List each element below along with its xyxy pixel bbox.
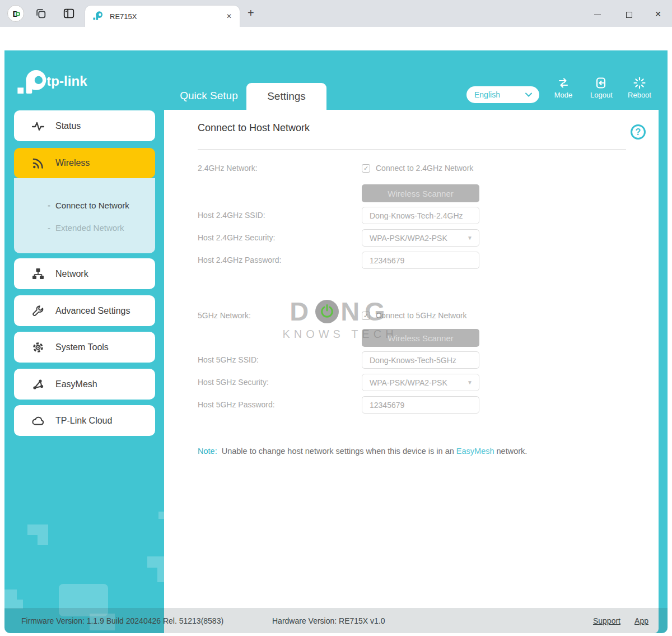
language-value: English [474,90,500,99]
band24-security-value: WPA-PSK/WPA2-PSK [370,234,447,243]
sidebar-label: Advanced Settings [55,306,130,316]
app-footer: Firmware Version: 1.1.9 Build 20240426 R… [4,608,668,633]
support-link[interactable]: Support [593,616,620,625]
deco-block [157,568,164,582]
content-panel: Connect to Host Network ? 2.4GHz Network… [164,110,659,633]
reboot-button[interactable]: Reboot [622,76,657,99]
chevron-down-icon [525,92,532,97]
deco-block [147,556,164,568]
sidebar-item-network[interactable]: Network [14,258,155,289]
deco-block [38,535,48,545]
tplink-favicon [93,11,104,22]
band5-ssid-label: Host 5GHz SSID: [198,351,259,369]
band5-checkbox[interactable]: ✓ [362,312,370,320]
dash-bullet: - [48,201,50,210]
note-text: Unable to change host network settings w… [222,447,456,456]
tab-groups-icon[interactable] [35,7,47,22]
page: D RE715X ✕ + [0,0,672,636]
router-admin-app: tp-link Quick Setup Settings English Mod… [4,50,668,633]
cloud-icon [31,414,45,428]
new-tab-button[interactable]: + [248,7,254,20]
band24-wireless-scanner-button[interactable]: Wireless Scanner [362,184,479,202]
band5-checkbox-row: ✓ Connect to 5GHz Network [362,310,467,321]
network-sitemap-icon [31,267,45,281]
band24-security-label: Host 2.4GHz Security: [198,229,276,247]
deco-block [4,589,17,600]
sidebar-item-easymesh[interactable]: EasyMesh [14,369,155,400]
mode-icon [557,76,570,90]
submenu-connect-to-network[interactable]: - Connect to Network [14,194,155,216]
window-minimize-button[interactable] [589,8,606,20]
band24-network-label: 2.4GHz Network: [198,160,258,177]
sidebar-item-status[interactable]: Status [14,110,155,141]
browser-nav-row: ← ↻ ⌂ Not secure | 192.168.0.37/webpages… [0,27,672,50]
profile-power-dot-icon [16,12,20,16]
sidebar-item-advanced-settings[interactable]: Advanced Settings [14,295,155,326]
band24-checkbox-label: Connect to 2.4GHz Network [376,164,473,173]
sidebar-label: System Tools [55,342,109,352]
mode-button[interactable]: Mode [545,76,581,99]
band24-security-select[interactable]: WPA-PSK/WPA2-PSK ▼ [362,229,479,247]
brand-text: tp-link [46,73,87,89]
note: Note:Unable to change host network setti… [198,447,527,456]
title-divider [198,149,626,150]
logout-button[interactable]: Logout [584,76,619,99]
tplink-logo: tp-link [15,67,100,104]
wireless-icon [31,156,45,170]
band5-security-label: Host 5GHz Security: [198,374,269,391]
reboot-icon [633,76,646,90]
wireless-submenu: - Connect to Network - Extended Network [14,178,155,253]
band5-security-value: WPA-PSK/WPA2-PSK [370,378,447,387]
submenu-label: Extended Network [55,223,124,233]
submenu-extended-network[interactable]: - Extended Network [14,216,155,239]
band5-wireless-scanner-button[interactable]: Wireless Scanner [362,329,479,347]
logout-label: Logout [584,91,619,99]
sidebar-item-wireless[interactable]: Wireless [14,148,155,178]
sidebar-item-system-tools[interactable]: System Tools [14,332,155,363]
window-close-button[interactable]: ✕ [650,8,666,20]
band5-security-select[interactable]: WPA-PSK/WPA2-PSK ▼ [362,374,479,391]
dropdown-arrow-icon: ▼ [467,379,473,386]
dash-bullet: - [48,223,50,233]
deco-block [4,600,23,609]
deco-block [27,524,48,535]
easymesh-link[interactable]: EasyMesh [456,447,494,456]
band5-password-input[interactable]: 12345679 [362,396,479,414]
sidebar-label: Status [55,121,81,131]
help-icon[interactable]: ? [631,124,646,140]
browser-profile-avatar[interactable]: D [7,5,24,22]
band5-ssid-input[interactable]: Dong-Knows-Tech-5GHz [362,351,479,369]
band5-checkbox-label: Connect to 5GHz Network [376,311,467,320]
band24-checkbox[interactable]: ✓ [362,164,370,173]
tab-title: RE715X [110,12,137,21]
vertical-tabs-icon[interactable] [63,7,75,22]
browser-tab-strip: D RE715X ✕ + [0,0,672,27]
note-prefix: Note: [198,447,217,456]
page-title: Connect to Host Network [198,122,310,134]
sidebar-label: Network [55,269,88,279]
tab-close-icon[interactable]: ✕ [226,12,232,20]
sidebar-item-tplink-cloud[interactable]: TP-Link Cloud [14,405,155,436]
browser-tab[interactable]: RE715X ✕ [85,6,240,27]
band24-checkbox-row: ✓ Connect to 2.4GHz Network [362,163,473,174]
firmware-version: Firmware Version: 1.1.9 Build 20240426 R… [21,616,223,625]
reboot-label: Reboot [622,91,657,99]
submenu-label: Connect to Network [55,201,129,210]
band24-ssid-input[interactable]: Dong-Knows-Tech-2.4GHz [362,207,479,224]
language-select[interactable]: English [466,86,539,103]
band5-password-label: Host 5GHz Password: [198,396,275,414]
status-pulse-icon [31,119,45,133]
band24-password-input[interactable]: 12345679 [362,252,479,269]
band24-ssid-label: Host 2.4GHz SSID: [198,207,265,224]
window-maximize-button[interactable] [620,8,637,20]
app-link[interactable]: App [634,616,648,625]
tab-quick-setup[interactable]: Quick Setup [170,85,248,106]
hardware-version: Hardware Version: RE715X v1.0 [272,616,385,625]
band5-network-label: 5GHz Network: [198,307,251,324]
logout-icon [595,76,608,90]
sidebar-label: EasyMesh [55,379,97,389]
tab-settings[interactable]: Settings [246,83,326,110]
dropdown-arrow-icon: ▼ [467,235,473,241]
sidebar-label: TP-Link Cloud [55,416,112,426]
mesh-nodes-icon [31,378,45,391]
